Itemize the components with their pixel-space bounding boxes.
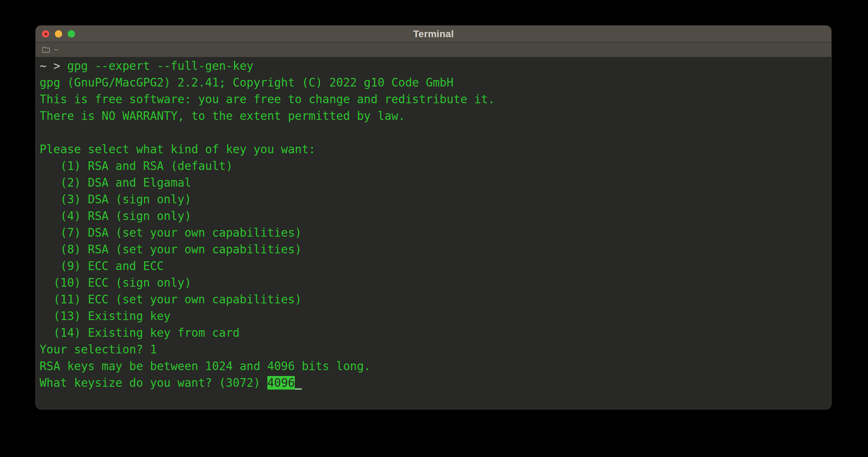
keysize-input-selected: 4096: [267, 376, 295, 390]
window-titlebar[interactable]: Terminal: [36, 26, 831, 42]
terminal-text: Please select what kind of key you want:: [40, 142, 316, 156]
terminal-text: (14) Existing key from card: [40, 326, 240, 340]
terminal-window: Terminal ~ ~ > gpg --expert --full-gen-k…: [35, 25, 832, 409]
zoom-button[interactable]: [68, 30, 75, 38]
terminal-line: (3) DSA (sign only): [40, 191, 828, 208]
terminal-line: (8) RSA (set your own capabilities): [40, 241, 828, 258]
terminal-text: gpg --expert --full-gen-key: [67, 59, 253, 73]
terminal-line: [40, 124, 828, 141]
terminal-text: RSA keys may be between 1024 and 4096 bi…: [40, 359, 371, 373]
terminal-line: (1) RSA and RSA (default): [40, 158, 828, 174]
terminal-output[interactable]: ~ > gpg --expert --full-gen-keygpg (GnuP…: [36, 57, 831, 391]
terminal-line: Please select what kind of key you want:: [40, 141, 828, 158]
terminal-text: Your selection? 1: [40, 343, 157, 356]
terminal-text: (4) RSA (sign only): [40, 209, 191, 223]
terminal-text: (11) ECC (set your own capabilities): [40, 293, 302, 306]
terminal-line: This is free software: you are free to c…: [40, 91, 828, 108]
terminal-text: (8) RSA (set your own capabilities): [40, 243, 302, 256]
terminal-text: (10) ECC (sign only): [40, 276, 191, 289]
minimize-button[interactable]: [55, 30, 62, 38]
terminal-line: Your selection? 1: [40, 341, 828, 358]
close-button[interactable]: [42, 30, 49, 38]
terminal-line: (4) RSA (sign only): [40, 208, 828, 225]
terminal-line: (9) ECC and ECC: [40, 258, 828, 275]
folder-icon: [42, 46, 50, 53]
terminal-line: (11) ECC (set your own capabilities): [40, 291, 828, 308]
terminal-text: There is NO WARRANTY, to the extent perm…: [40, 109, 405, 123]
terminal-text: (3) DSA (sign only): [40, 193, 191, 206]
terminal-line: ~ > gpg --expert --full-gen-key: [40, 58, 828, 74]
terminal-line: (14) Existing key from card: [40, 325, 828, 341]
terminal-line: (13) Existing key: [40, 308, 828, 325]
terminal-text: (1) RSA and RSA (default): [40, 159, 233, 173]
terminal-text: (13) Existing key: [40, 309, 171, 323]
window-title: Terminal: [413, 28, 454, 40]
terminal-line: (2) DSA and Elgamal: [40, 174, 828, 191]
terminal-text: This is free software: you are free to c…: [40, 92, 495, 106]
terminal-line: (10) ECC (sign only): [40, 275, 828, 291]
terminal-line: (7) DSA (set your own capabilities): [40, 225, 828, 241]
tab-path-label: ~: [54, 46, 59, 54]
terminal-line: What keysize do you want? (3072) 4096_: [40, 375, 828, 391]
terminal-text: (7) DSA (set your own capabilities): [40, 226, 302, 239]
terminal-text: gpg (GnuPG/MacGPG2) 2.2.41; Copyright (C…: [40, 76, 453, 89]
terminal-text: (2) DSA and Elgamal: [40, 176, 191, 189]
terminal-line: RSA keys may be between 1024 and 4096 bi…: [40, 358, 828, 375]
terminal-cursor: _: [295, 376, 302, 390]
terminal-text: (9) ECC and ECC: [40, 259, 164, 273]
terminal-line: There is NO WARRANTY, to the extent perm…: [40, 108, 828, 124]
terminal-text: What keysize do you want? (3072): [40, 376, 267, 390]
edited-indicator-dot: [44, 33, 47, 35]
terminal-line: gpg (GnuPG/MacGPG2) 2.2.41; Copyright (C…: [40, 74, 828, 91]
prompt-text: ~ >: [40, 59, 67, 73]
tab-bar: ~: [36, 42, 831, 57]
traffic-lights: [42, 26, 75, 42]
